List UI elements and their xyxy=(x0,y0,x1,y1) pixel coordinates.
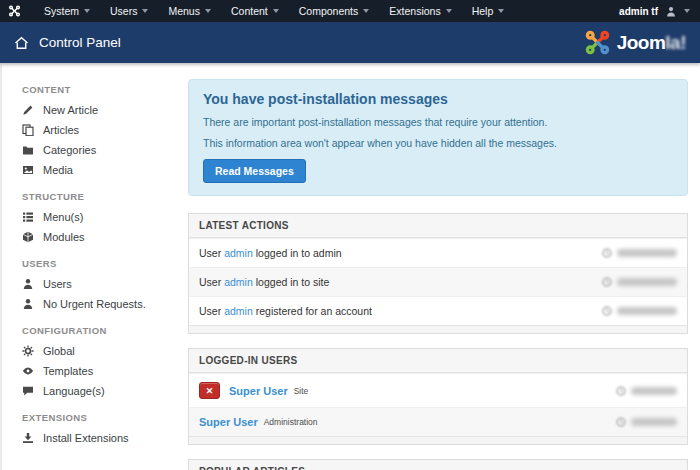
joomla-logo: Joomla! xyxy=(584,30,686,55)
user-link[interactable]: admin xyxy=(224,276,253,288)
sidebar-heading-content: CONTENT xyxy=(22,84,178,95)
sidebar-item-menus[interactable]: Menu(s) xyxy=(2,207,178,227)
sidebar-item-label: Global xyxy=(43,345,75,357)
sidebar-item-label: Menu(s) xyxy=(43,211,83,223)
title-bar: Control Panel Joomla! xyxy=(0,22,700,63)
action-timestamp xyxy=(602,277,677,287)
cube-icon xyxy=(22,231,34,243)
menu-users[interactable]: Users xyxy=(101,0,157,22)
page-title: Control Panel xyxy=(39,35,121,50)
menu-components[interactable]: Components xyxy=(290,0,379,22)
menu-system-label: System xyxy=(44,5,79,17)
home-icon[interactable] xyxy=(14,36,29,50)
chevron-down-icon xyxy=(205,9,211,13)
close-icon: ✕ xyxy=(206,386,214,396)
sidebar-item-label: Users xyxy=(43,278,72,290)
action-text: logged in to site xyxy=(256,276,330,288)
sidebar-item-urgent-requests[interactable]: No Urgent Requests. xyxy=(2,294,178,314)
read-messages-button[interactable]: Read Messages xyxy=(203,159,306,183)
joomla-wordmark: Joomla! xyxy=(617,32,686,54)
admin-menu: System Users Menus Content Components Ex… xyxy=(35,0,513,22)
client-label: Site xyxy=(294,386,309,396)
menu-help[interactable]: Help xyxy=(463,0,514,22)
chevron-down-icon xyxy=(273,9,279,13)
joomla-mark-icon[interactable] xyxy=(8,5,21,17)
joomla-logo-icon xyxy=(584,30,611,55)
action-text: logged in to admin xyxy=(256,247,342,259)
folder-icon xyxy=(22,144,34,156)
user-link[interactable]: admin xyxy=(224,247,253,259)
popular-articles-panel: POPULAR ARTICLES xyxy=(188,459,688,470)
logout-user-button[interactable]: ✕ xyxy=(199,382,220,399)
joomla-wordmark-tail: la! xyxy=(665,32,686,53)
sidebar-item-global[interactable]: Global xyxy=(2,341,178,361)
gear-icon xyxy=(22,345,34,357)
menu-content[interactable]: Content xyxy=(222,0,288,22)
download-icon xyxy=(22,432,34,444)
sidebar-item-users[interactable]: Users xyxy=(2,274,178,294)
sidebar-item-label: Articles xyxy=(43,124,79,136)
sidebar-heading-users: USERS xyxy=(22,258,178,269)
chevron-down-icon xyxy=(363,9,369,13)
menu-help-label: Help xyxy=(472,5,494,17)
user-link[interactable]: admin xyxy=(224,305,253,317)
clock-icon xyxy=(602,248,612,258)
sidebar-item-label: New Article xyxy=(43,104,98,116)
sidebar-item-articles[interactable]: Articles xyxy=(2,120,178,140)
action-prefix: User xyxy=(199,276,221,288)
latest-action-row: User admin registered for an account xyxy=(189,296,687,325)
chevron-down-icon xyxy=(498,9,504,13)
sidebar-item-label: No Urgent Requests. xyxy=(43,298,146,310)
sidebar-item-languages[interactable]: Language(s) xyxy=(2,381,178,401)
sidebar-item-label: Media xyxy=(43,164,73,176)
sidebar-item-label: Install Extensions xyxy=(43,432,129,444)
latest-action-row: User admin logged in to site xyxy=(189,267,687,296)
main-content: You have post-installation messages Ther… xyxy=(178,63,700,470)
menu-content-label: Content xyxy=(231,5,268,17)
joomla-wordmark-main: Joom xyxy=(617,32,666,53)
login-timestamp xyxy=(616,386,677,396)
clock-icon xyxy=(602,277,612,287)
user-link[interactable]: Super User xyxy=(229,385,288,397)
chevron-down-icon[interactable] xyxy=(684,9,690,13)
logged-in-users-panel: LOGGED-IN USERS ✕ Super User Site Super … xyxy=(188,348,688,445)
sidebar-heading-configuration: CONFIGURATION xyxy=(22,325,178,336)
user-icon[interactable] xyxy=(666,6,676,17)
menu-extensions[interactable]: Extensions xyxy=(380,0,460,22)
comment-icon xyxy=(22,385,34,397)
pencil-icon xyxy=(22,104,34,116)
redacted-timestamp xyxy=(617,307,677,315)
action-timestamp xyxy=(602,306,677,316)
alert-line2: This information area won't appear when … xyxy=(203,137,673,149)
chevron-down-icon xyxy=(84,9,90,13)
sidebar-item-label: Modules xyxy=(43,231,85,243)
eye-icon xyxy=(22,365,34,377)
clock-icon xyxy=(602,306,612,316)
post-installation-alert: You have post-installation messages Ther… xyxy=(188,79,688,196)
sidebar-item-new-article[interactable]: New Article xyxy=(2,100,178,120)
list-icon xyxy=(22,211,34,223)
menu-menus[interactable]: Menus xyxy=(159,0,220,22)
topbar-user-area: admin tf xyxy=(619,6,690,17)
menu-extensions-label: Extensions xyxy=(389,5,440,17)
user-link[interactable]: Super User xyxy=(199,416,258,428)
action-prefix: User xyxy=(199,305,221,317)
login-timestamp xyxy=(616,417,677,427)
panel-footer xyxy=(189,325,687,333)
redacted-timestamp xyxy=(617,278,677,286)
latest-actions-title: LATEST ACTIONS xyxy=(189,214,687,238)
admin-sidebar: CONTENT New Article Articles Categories … xyxy=(2,63,178,470)
sidebar-item-label: Language(s) xyxy=(43,385,105,397)
clock-icon xyxy=(616,417,626,427)
menu-system[interactable]: System xyxy=(35,0,99,22)
sidebar-item-install-extensions[interactable]: Install Extensions xyxy=(2,428,178,448)
logged-in-user-row: Super User Administration xyxy=(189,407,687,436)
sidebar-item-templates[interactable]: Templates xyxy=(2,361,178,381)
sidebar-item-modules[interactable]: Modules xyxy=(2,227,178,247)
client-label: Administration xyxy=(264,417,318,427)
user-icon xyxy=(22,278,34,290)
image-icon xyxy=(22,164,34,176)
sidebar-item-media[interactable]: Media xyxy=(2,160,178,180)
chevron-down-icon xyxy=(446,9,452,13)
sidebar-item-categories[interactable]: Categories xyxy=(2,140,178,160)
